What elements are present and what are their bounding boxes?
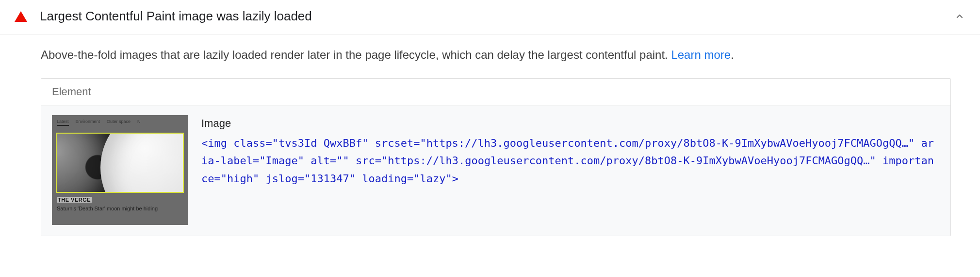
element-table: Element Latest Environment Outer space N… — [41, 78, 951, 236]
table-header: Element — [41, 79, 950, 105]
audit-title: Largest Contentful Paint image was lazil… — [40, 9, 954, 24]
thumb-tabs: Latest Environment Outer space N — [52, 115, 188, 128]
element-node: Image <img class="tvs3Id QwxBBf" srcset=… — [201, 115, 940, 188]
thumb-caption: Saturn's 'Death Star' moon might be hidi… — [57, 206, 183, 211]
audit-body: Above-the-fold images that are lazily lo… — [0, 35, 980, 256]
audit-item: Largest Contentful Paint image was lazil… — [0, 0, 980, 256]
thumb-source-logo: THE VERGE — [57, 197, 92, 203]
node-snippet: <img class="tvs3Id QwxBBf" srcset="https… — [201, 135, 940, 188]
thumb-tab: Latest — [57, 119, 69, 126]
moon-icon — [100, 133, 184, 193]
learn-more-link[interactable]: Learn more — [671, 48, 731, 61]
thumb-tab: Environment — [76, 119, 100, 126]
thumb-tab: Outer space — [107, 119, 131, 126]
audit-header[interactable]: Largest Contentful Paint image was lazil… — [0, 0, 980, 35]
audit-description: Above-the-fold images that are lazily lo… — [41, 46, 951, 64]
node-label: Image — [201, 117, 940, 130]
table-row: Latest Environment Outer space N THE VER… — [41, 105, 950, 236]
element-thumbnail: Latest Environment Outer space N THE VER… — [52, 115, 188, 225]
fail-triangle-icon — [15, 11, 27, 22]
chev — [954, 11, 965, 22]
thumb-hero — [56, 133, 184, 193]
chevron-up-icon — [954, 11, 965, 22]
audit-description-text: Above-the-fold images that are lazily lo… — [41, 48, 671, 61]
audit-description-period: . — [731, 48, 734, 61]
thumb-tab: N — [137, 119, 141, 126]
